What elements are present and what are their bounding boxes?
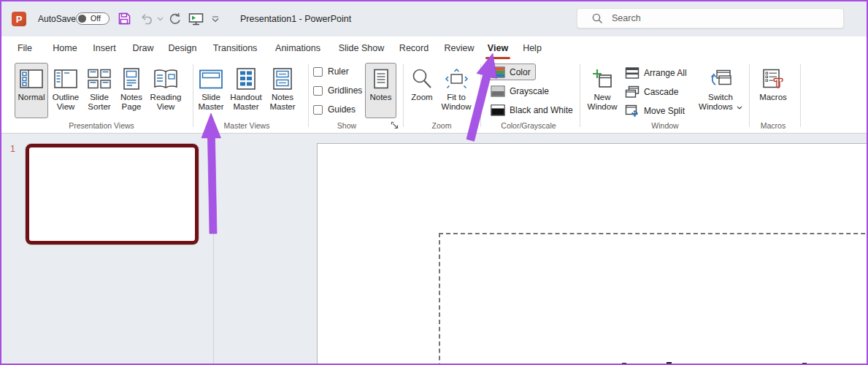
ruler-checkbox[interactable]: Ruler	[313, 66, 349, 77]
group-separator	[580, 64, 580, 127]
powerpoint-window: P AutoSave Off Presentati	[0, 0, 868, 365]
autosave-state: Off	[91, 14, 101, 23]
autosave-label: AutoSave	[38, 14, 76, 24]
slide-sorter-button[interactable]: Slide Sorter	[83, 63, 115, 118]
outline-view-button[interactable]: Outline View	[48, 63, 83, 118]
arrange-all-button[interactable]: Arrange All	[622, 64, 692, 81]
notes-master-icon	[272, 65, 293, 93]
zoom-button[interactable]: Zoom	[406, 63, 438, 118]
active-tab-underline	[485, 57, 510, 59]
save-icon[interactable]	[118, 12, 131, 25]
switch-windows-icon	[710, 65, 731, 93]
new-window-button[interactable]: New Window	[585, 63, 619, 118]
tab-home[interactable]: Home	[53, 36, 77, 60]
slide-number: 1	[10, 144, 15, 154]
gridlines-checkbox[interactable]: Gridlines	[313, 85, 362, 96]
tab-draw[interactable]: Draw	[132, 36, 153, 60]
group-separator	[480, 64, 481, 127]
search-input[interactable]: Search	[577, 8, 844, 28]
tab-review[interactable]: Review	[445, 36, 475, 60]
group-separator	[749, 64, 750, 127]
workspace: 1	[1, 134, 867, 365]
group-label-macros: Macros	[711, 121, 835, 130]
clipped-text-fragment	[667, 362, 672, 365]
ribbon-tabs-bar: File Home Insert Draw Design Transitions…	[1, 36, 867, 60]
switch-windows-button[interactable]: Switch Windows	[696, 63, 745, 118]
group-label-presentation-views: Presentation Views	[39, 121, 164, 130]
cascade-icon	[625, 85, 640, 99]
group-label-color-grayscale: Color/Grayscale	[466, 121, 591, 130]
notes-master-button[interactable]: Notes Master	[264, 63, 301, 118]
macros-button[interactable]: Macros	[755, 63, 791, 118]
reading-view-button[interactable]: Reading View	[147, 63, 184, 118]
tab-help[interactable]: Help	[523, 36, 542, 60]
handout-master-button[interactable]: Handout Master	[228, 63, 264, 118]
notes-button[interactable]: Notes	[365, 63, 396, 118]
checkbox-icon	[313, 67, 323, 77]
grayscale-icon	[491, 85, 505, 97]
black-and-white-icon	[491, 104, 505, 116]
new-window-icon	[591, 65, 613, 93]
zoom-icon	[411, 65, 433, 93]
color-icon	[491, 66, 505, 78]
move-split-button[interactable]: Move Split	[622, 102, 690, 119]
normal-view-button[interactable]: Normal	[15, 63, 48, 118]
slide-placeholder-outline[interactable]	[439, 233, 868, 365]
group-separator	[193, 64, 193, 127]
tab-animations[interactable]: Animations	[275, 36, 320, 60]
group-separator	[800, 64, 801, 127]
notes-page-button[interactable]: Notes Page	[115, 63, 147, 118]
grayscale-button[interactable]: Grayscale	[488, 82, 554, 99]
guides-checkbox[interactable]: Guides	[313, 104, 356, 115]
arrange-all-icon	[625, 66, 640, 80]
start-slideshow-icon[interactable]	[188, 12, 204, 26]
slide-thumbnail[interactable]	[26, 144, 199, 245]
tab-transitions[interactable]: Transitions	[213, 36, 258, 60]
black-and-white-button[interactable]: Black and White	[488, 101, 578, 118]
tab-record[interactable]: Record	[399, 36, 429, 60]
move-split-icon	[625, 104, 640, 118]
autosave-toggle[interactable]: Off	[76, 12, 110, 25]
cascade-button[interactable]: Cascade	[622, 83, 683, 100]
group-label-window: Window	[603, 121, 727, 130]
tab-insert[interactable]: Insert	[93, 36, 115, 60]
undo-icon[interactable]	[140, 12, 156, 25]
search-placeholder: Search	[612, 13, 641, 23]
slide-sorter-icon	[88, 65, 111, 93]
title-bar: P AutoSave Off Presentati	[1, 1, 867, 36]
ribbon: Normal Outline View	[1, 60, 867, 134]
tab-design[interactable]: Design	[169, 36, 197, 60]
fit-to-window-icon	[444, 65, 469, 93]
macros-icon	[762, 65, 784, 93]
switch-windows-chevron-icon	[737, 106, 742, 110]
toggle-knob-icon	[78, 15, 86, 23]
slide-thumbnail-panel: 1	[1, 134, 214, 365]
reading-view-icon	[153, 65, 178, 93]
search-icon	[592, 13, 603, 24]
outline-view-icon	[54, 65, 77, 93]
redo-icon[interactable]	[168, 12, 182, 25]
notes-page-icon	[122, 65, 141, 93]
handout-master-icon	[236, 65, 256, 93]
window-title: Presentation1 - PowerPoint	[240, 14, 351, 24]
group-separator	[308, 64, 309, 127]
slide-master-button[interactable]: Slide Master	[194, 63, 228, 118]
group-separator	[403, 64, 404, 127]
checkbox-icon	[313, 86, 323, 96]
tab-file[interactable]: File	[18, 36, 32, 60]
checkbox-icon	[313, 105, 323, 115]
normal-view-icon	[20, 65, 43, 93]
qat-customize-chevron-icon[interactable]	[212, 16, 219, 23]
slide-master-icon	[199, 65, 223, 93]
tab-slide-show[interactable]: Slide Show	[339, 36, 385, 60]
undo-dropdown-chevron-icon[interactable]	[157, 17, 164, 21]
notes-icon	[372, 65, 390, 93]
fit-to-window-button[interactable]: Fit to Window	[437, 63, 475, 118]
powerpoint-app-icon[interactable]: P	[12, 12, 26, 26]
color-button[interactable]: Color	[488, 64, 536, 80]
